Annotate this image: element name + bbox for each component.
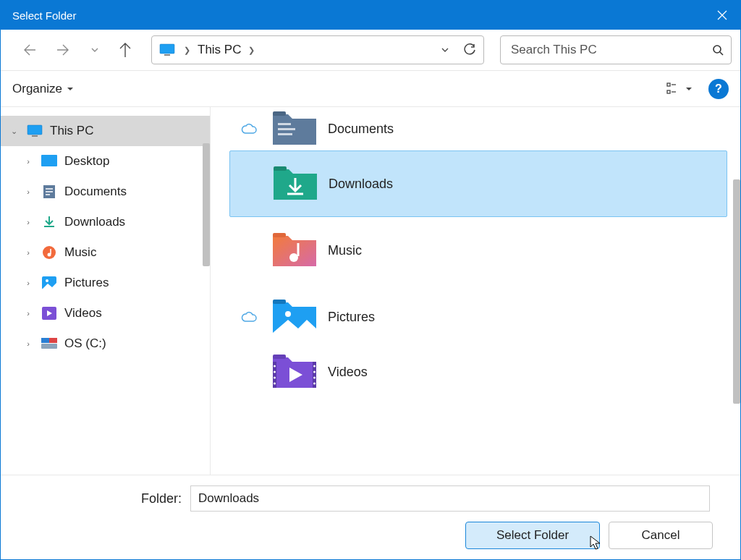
folder-row: Folder:: [1, 485, 727, 512]
documents-icon: [40, 184, 59, 199]
chevron-down-icon: [440, 45, 450, 55]
sidebar-item-music[interactable]: › Music: [1, 237, 210, 268]
view-options-button[interactable]: [661, 79, 698, 99]
svg-rect-0: [160, 44, 174, 54]
breadcrumb-separator-icon: ❯: [184, 46, 190, 55]
chevron-right-icon: ›: [22, 339, 34, 348]
svg-rect-17: [273, 111, 286, 116]
svg-rect-20: [278, 133, 292, 135]
list-item-downloads[interactable]: Downloads: [229, 150, 727, 217]
folder-name-input[interactable]: [190, 485, 710, 512]
sidebar-item-documents[interactable]: › Documents: [1, 177, 210, 207]
help-button[interactable]: ?: [708, 79, 729, 99]
drive-icon: [40, 338, 59, 349]
svg-rect-16: [49, 338, 57, 343]
search-button[interactable]: [712, 44, 724, 56]
help-icon: ?: [715, 82, 722, 96]
nav-row: ❯ This PC ❯: [1, 30, 740, 71]
button-row: Select Folder Cancel: [1, 512, 727, 549]
back-button[interactable]: [14, 35, 43, 64]
svg-rect-15: [41, 338, 49, 343]
downloads-folder-icon: [269, 161, 321, 207]
up-button[interactable]: [111, 35, 140, 64]
chevron-right-icon: ›: [22, 218, 34, 226]
svg-point-35: [313, 377, 316, 379]
svg-rect-1: [164, 54, 170, 56]
sidebar-scrollbar[interactable]: [203, 143, 210, 266]
list-item-pictures[interactable]: Pictures: [229, 284, 727, 350]
pictures-folder-icon: [268, 294, 321, 340]
search-box[interactable]: [500, 35, 732, 64]
sidebar-item-label: OS (C:): [64, 336, 106, 351]
cursor-icon: [589, 535, 602, 551]
select-folder-button[interactable]: Select Folder: [465, 522, 600, 549]
select-folder-dialog: Select Folder ❯ This PC ❯: [0, 0, 741, 560]
videos-icon: [40, 307, 59, 320]
svg-point-30: [274, 371, 276, 373]
sidebar-item-label: Pictures: [64, 276, 109, 290]
breadcrumb-this-pc[interactable]: This PC: [193, 43, 245, 57]
cloud-status-icon: [229, 123, 268, 135]
refresh-icon: [463, 43, 476, 56]
item-label: Music: [328, 243, 362, 258]
svg-rect-26: [273, 355, 286, 359]
chevron-down-icon: ⌄: [8, 127, 20, 136]
sidebar-item-label: This PC: [50, 124, 93, 138]
svg-rect-14: [41, 344, 57, 349]
list-view-icon: [666, 82, 681, 96]
sidebar-item-pictures[interactable]: › Pictures: [1, 268, 210, 298]
select-folder-label: Select Folder: [496, 528, 569, 543]
svg-point-33: [313, 365, 316, 368]
sidebar-item-label: Downloads: [64, 215, 125, 229]
main-scrollbar[interactable]: [733, 179, 740, 404]
item-label: Downloads: [329, 177, 393, 192]
svg-rect-22: [273, 233, 286, 237]
list-item-documents[interactable]: Documents: [229, 107, 727, 150]
arrow-right-icon: [56, 41, 73, 59]
organize-label: Organize: [12, 82, 62, 96]
chevron-right-icon: ›: [22, 248, 34, 257]
svg-point-31: [274, 377, 276, 379]
list-item-videos[interactable]: Videos: [229, 350, 727, 394]
videos-folder-icon: [268, 349, 321, 395]
sidebar-item-label: Music: [64, 245, 96, 260]
cancel-button[interactable]: Cancel: [609, 522, 713, 549]
sidebar-item-this-pc[interactable]: ⌄ This PC: [1, 116, 210, 146]
chevron-right-icon: ›: [22, 157, 34, 166]
svg-rect-19: [278, 128, 295, 130]
svg-point-10: [48, 253, 51, 257]
svg-point-34: [313, 371, 316, 373]
svg-point-32: [274, 383, 276, 385]
address-bar[interactable]: ❯ This PC ❯: [151, 35, 484, 64]
svg-rect-7: [41, 155, 57, 166]
organize-button[interactable]: Organize: [12, 82, 74, 96]
list-item-music[interactable]: Music: [229, 217, 727, 284]
window-title: Select Folder: [12, 9, 76, 22]
recent-locations-button[interactable]: [86, 35, 103, 64]
close-button[interactable]: [704, 1, 740, 30]
svg-point-29: [274, 365, 276, 368]
svg-point-23: [289, 253, 298, 262]
sidebar-item-desktop[interactable]: › Desktop: [1, 146, 210, 177]
forward-button[interactable]: [50, 35, 79, 64]
item-label: Pictures: [328, 310, 375, 325]
svg-point-25: [285, 311, 291, 317]
footer: Folder: Select Folder Cancel: [1, 475, 740, 559]
sidebar-item-videos[interactable]: › Videos: [1, 298, 210, 328]
close-icon: [717, 10, 727, 20]
chevron-down-icon: [90, 46, 99, 54]
chevron-down-icon: [67, 85, 74, 93]
svg-rect-21: [274, 166, 287, 171]
arrow-up-icon: [117, 41, 134, 59]
sidebar-item-downloads[interactable]: › Downloads: [1, 207, 210, 237]
address-history-button[interactable]: [433, 36, 457, 64]
music-icon: [40, 245, 59, 260]
sidebar-item-os-drive[interactable]: › OS (C:): [1, 328, 210, 359]
refresh-button[interactable]: [457, 36, 482, 64]
chevron-right-icon: ›: [22, 279, 34, 287]
svg-rect-4: [667, 90, 670, 93]
pc-icon: [159, 43, 175, 56]
search-input[interactable]: [511, 43, 712, 57]
svg-rect-6: [32, 135, 38, 137]
toolbar: Organize ?: [1, 71, 740, 107]
